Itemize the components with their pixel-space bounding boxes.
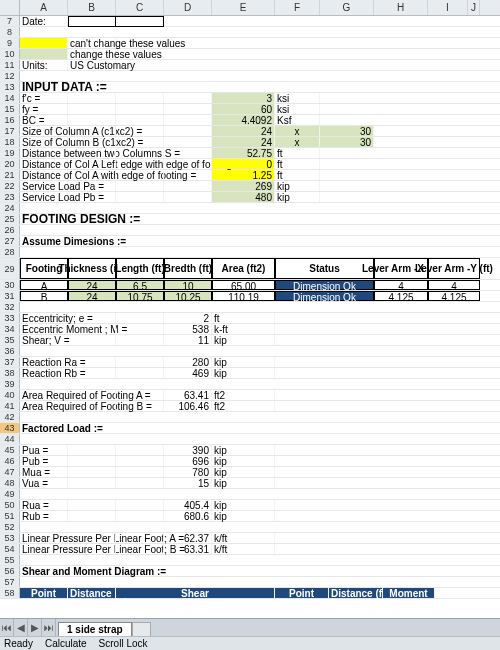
table-row: 31 B 24 10.75 10.25 110.19 Dimension Ok … [0,291,500,302]
date-label: Date: [20,16,68,26]
status-calculate: Calculate [45,637,87,650]
tab-nav-last-icon[interactable]: ⏭ [42,619,56,637]
column-headers[interactable]: A B C D E F G H I J [0,0,500,16]
section-footing-design: FOOTING DESIGN := [20,214,68,224]
tab-nav-prev-icon[interactable]: ◀ [14,619,28,637]
tab-active[interactable]: 1 side strap [58,622,132,636]
tab-nav-first-icon[interactable]: ⏮ [0,619,14,637]
spreadsheet-grid[interactable]: 7Date: 8 9can't change these values 10ch… [0,16,500,599]
tab-next[interactable] [132,622,152,636]
legend-locked [20,38,68,48]
status-ready: Ready [4,637,33,650]
table-header-row: 29 Footing Thickness (in) Length (ft) Br… [0,258,500,280]
section-shear-moment: Shear and Moment Diagram := [20,566,68,576]
section-input-data: INPUT DATA := [20,82,68,92]
sheet-tab-bar: ⏮ ◀ ▶ ⏭ 1 side strap [0,618,500,636]
tab-nav-next-icon[interactable]: ▶ [28,619,42,637]
status-scrolllock: Scroll Lock [99,637,148,650]
status-bar: Ready Calculate Scroll Lock [0,636,500,650]
legend-editable [20,49,68,59]
date-input[interactable] [68,16,116,27]
section-factored-load: Factored Load := [20,423,68,433]
table-row: 30 A 24 6.5 10 65.00 Dimension Ok 4 4 [0,280,500,291]
